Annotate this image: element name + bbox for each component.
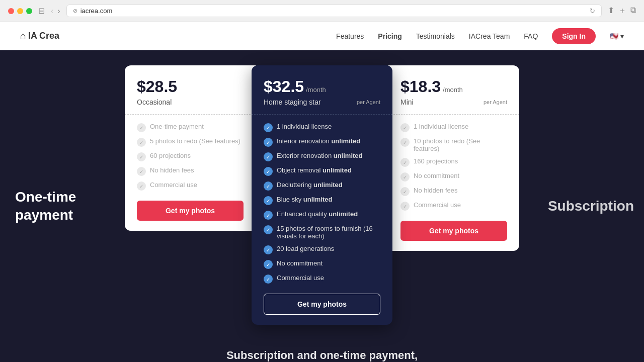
logo-icon: ⌂ <box>20 30 26 42</box>
feature-text: Commercial use <box>414 201 461 209</box>
check-icon: ✓ <box>400 202 410 211</box>
feature-item: ✓ Object removal unlimited <box>264 166 380 176</box>
nav-faq[interactable]: FAQ <box>524 32 538 40</box>
browser-nav-buttons: ‹ › <box>51 7 60 16</box>
url-text: iacrea.com <box>80 7 113 15</box>
feature-list-occasional: ✓ One-time payment ✓ 5 photos to redo (S… <box>137 123 244 191</box>
nav-links: Features Pricing Testimonials IACrea Tea… <box>336 28 624 44</box>
tabs-icon[interactable]: ⧉ <box>630 6 636 16</box>
feature-item: ✓ 1 individual license <box>400 123 507 132</box>
feature-item: ✓ No commitment <box>400 172 507 182</box>
feature-text: Decluttering unlimited <box>277 181 343 189</box>
feature-item: ✓ No hidden fees <box>400 187 507 196</box>
feature-text: Commercial use <box>150 181 197 189</box>
feature-text: 20 lead generations <box>277 245 334 252</box>
feature-text: Interior renovation unlimited <box>277 137 360 145</box>
pricing-cards: $28.5 Occasional ✓ One-time payment ✓ 5 … <box>96 65 548 325</box>
security-icon: ⊘ <box>73 8 77 14</box>
price-occasional: $28.5 <box>137 77 177 96</box>
maximize-button[interactable] <box>26 8 32 14</box>
minimize-button[interactable] <box>17 8 23 14</box>
check-icon: ✓ <box>400 123 410 132</box>
feature-item: ✓ Commercial use <box>400 201 507 211</box>
cta-button-occasional[interactable]: Get my photos <box>137 201 244 221</box>
feature-text: No commitment <box>277 259 323 267</box>
feature-item: ✓ No commitment <box>264 259 380 269</box>
check-icon: ✓ <box>264 152 273 161</box>
check-icon: ✓ <box>264 196 273 205</box>
check-icon: ✓ <box>264 275 273 284</box>
logo-crea: Crea <box>39 31 59 41</box>
browser-sidebar-icon[interactable]: ⊟ <box>38 6 45 16</box>
feature-text: Exterior renovation unlimited <box>277 152 363 159</box>
feature-text: Commercial use <box>277 274 324 282</box>
bottom-label: Subscription and one-time payment, <box>226 349 418 362</box>
forward-button[interactable]: › <box>57 7 60 16</box>
check-icon: ✓ <box>264 260 273 269</box>
feature-item: ✓ No hidden fees <box>137 166 244 176</box>
feature-text: 60 projections <box>150 152 191 159</box>
price-row-mini: $18.3 /month <box>400 77 507 96</box>
check-icon: ✓ <box>264 211 273 220</box>
feature-list-mini: ✓ 1 individual license ✓ 10 photos to re… <box>400 123 507 211</box>
pricing-card-featured: $32.5 /month Home staging star per Agent… <box>252 65 392 325</box>
feature-text: No hidden fees <box>150 166 194 174</box>
price-featured: $32.5 <box>264 77 304 96</box>
logo[interactable]: ⌂ IACrea <box>20 30 59 42</box>
address-bar[interactable]: ⊘ iacrea.com ↻ <box>66 5 602 17</box>
sign-in-button[interactable]: Sign In <box>552 28 596 44</box>
website: ⌂ IACrea Features Pricing Testimonials I… <box>0 22 644 362</box>
side-label-left: One-time payment <box>15 188 96 225</box>
feature-text: 160 projections <box>414 157 458 165</box>
feature-item: ✓ Commercial use <box>264 274 380 284</box>
check-icon: ✓ <box>400 158 410 167</box>
main-content: One-time payment Subscription $28.5 Occa… <box>0 50 644 362</box>
back-button[interactable]: ‹ <box>51 7 53 16</box>
share-icon[interactable]: ⬆ <box>608 6 614 16</box>
new-tab-icon[interactable]: ＋ <box>618 6 626 16</box>
refresh-icon[interactable]: ↻ <box>590 7 595 15</box>
pricing-card-mini: $18.3 /month Mini per Agent ✓ 1 individu… <box>388 65 519 251</box>
pricing-card-occasional: $28.5 Occasional ✓ One-time payment ✓ 5 … <box>125 65 256 231</box>
check-icon: ✓ <box>137 123 146 132</box>
check-icon: ✓ <box>137 182 146 191</box>
plan-name-row-mini: Mini per Agent <box>400 98 507 106</box>
feature-text: 15 photos of rooms to furnish (16 visual… <box>277 225 380 240</box>
feature-text: Enhanced quality unlimited <box>277 210 358 218</box>
price-period-featured: /month <box>306 86 326 94</box>
feature-item: ✓ 5 photos to redo (See features) <box>137 137 244 147</box>
language-selector[interactable]: 🇺🇸 ▾ <box>610 32 624 40</box>
plan-name-featured: Home staging star <box>264 98 321 106</box>
nav-features[interactable]: Features <box>336 32 364 40</box>
feature-text: Object removal unlimited <box>277 166 352 174</box>
feature-text: One-time payment <box>150 123 204 130</box>
close-button[interactable] <box>8 8 14 14</box>
chevron-down-icon: ▾ <box>620 32 624 40</box>
feature-item: ✓ One-time payment <box>137 123 244 132</box>
plan-name-mini: Mini <box>400 98 414 106</box>
card-divider-mini <box>388 114 519 115</box>
feature-text: 5 photos to redo (See features) <box>150 137 240 145</box>
per-agent-featured: per Agent <box>357 99 380 105</box>
nav-testimonials[interactable]: Testimonials <box>416 32 455 40</box>
feature-item: ✓ Decluttering unlimited <box>264 181 380 191</box>
feature-text: No hidden fees <box>414 187 457 194</box>
feature-item: ✓ Exterior renovation unlimited <box>264 152 380 161</box>
cta-button-mini[interactable]: Get my photos <box>400 221 507 241</box>
per-agent-mini: per Agent <box>484 99 507 105</box>
feature-item: ✓ Interior renovation unlimited <box>264 137 380 147</box>
nav-pricing[interactable]: Pricing <box>378 32 401 40</box>
price-period-mini: /month <box>443 86 463 94</box>
cta-button-featured[interactable]: Get my photos <box>264 294 380 315</box>
feature-item: ✓ 10 photos to redo (See features) <box>400 137 507 152</box>
logo-ia: IA <box>28 31 37 41</box>
check-icon: ✓ <box>264 245 273 254</box>
check-icon: ✓ <box>400 138 410 147</box>
side-label-right: Subscription <box>548 198 634 214</box>
check-icon: ✓ <box>264 225 273 234</box>
flag-icon: 🇺🇸 <box>610 32 618 40</box>
check-icon: ✓ <box>264 138 273 147</box>
nav-iacrea-team[interactable]: IACrea Team <box>469 32 510 40</box>
check-icon: ✓ <box>137 138 146 147</box>
feature-item: ✓ Blue sky unlimited <box>264 196 380 205</box>
